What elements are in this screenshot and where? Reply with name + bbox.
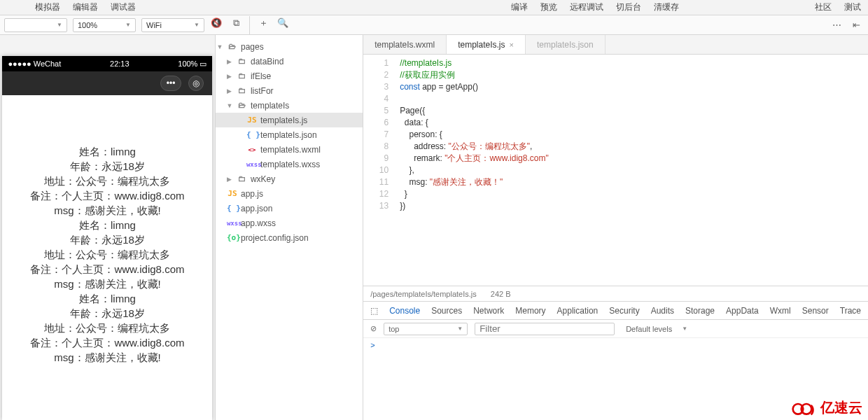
devtools-tab[interactable]: AppData <box>726 306 759 316</box>
preview-line: msg：感谢关注，收藏! <box>9 350 205 365</box>
tree-node[interactable]: { }app.json <box>216 201 363 216</box>
devtools-tab[interactable]: Storage <box>685 306 715 316</box>
menu-item[interactable]: 预览 <box>540 1 557 13</box>
menu-item[interactable]: 测试 <box>844 1 861 13</box>
top-menu-bar: 模拟器编辑器调试器 编译预览远程调试切后台清缓存 社区测试 <box>0 0 868 15</box>
tree-label: pages <box>241 42 264 52</box>
tree-label: app.json <box>241 204 272 214</box>
tree-node[interactable]: ▼🗁templateIs <box>216 98 363 113</box>
menu-item[interactable]: 编译 <box>511 1 528 13</box>
tree-node[interactable]: wxsstemplateIs.wxss <box>216 157 363 172</box>
tree-label: wxKey <box>251 174 275 184</box>
console-prompt: > <box>370 341 374 349</box>
preview-line: 年龄：永远18岁 <box>9 159 205 174</box>
devtools-tab[interactable]: Security <box>609 306 639 316</box>
editor-tab[interactable]: templateIs.json <box>526 35 606 54</box>
tree-node[interactable]: JSapp.js <box>216 186 363 201</box>
preview-line: 姓名：limng <box>9 291 205 306</box>
search-icon[interactable]: 🔍 <box>275 16 290 30</box>
tree-node[interactable]: ▼🗁pages <box>216 39 363 54</box>
simulator-pane: ●●●●● WeChat 22:13 100% ▭ ••• ◎ 姓名：limng… <box>0 35 215 420</box>
phone-status-bar: ●●●●● WeChat 22:13 100% ▭ <box>2 56 212 71</box>
battery-label: 100% ▭ <box>178 59 206 69</box>
phone-nav-bar: ••• ◎ <box>2 71 212 95</box>
tree-node[interactable]: ▶🗀listFor <box>216 83 363 98</box>
menu-item[interactable]: 远程调试 <box>570 1 603 13</box>
preview-line: 姓名：limng <box>9 218 205 232</box>
tree-node[interactable]: ▶🗀wxKey <box>216 172 363 186</box>
code-source[interactable]: //templateIs.js//获取应用实例const app = getAp… <box>396 55 549 286</box>
phone-preview: ●●●●● WeChat 22:13 100% ▭ ••• ◎ 姓名：limng… <box>2 56 212 420</box>
context-select[interactable]: top▼ <box>384 323 468 335</box>
wxml-icon: <> <box>246 146 258 153</box>
inspect-icon[interactable]: ⬚ <box>370 306 378 316</box>
proj-icon: {o} <box>227 233 238 242</box>
dock-icon[interactable]: ⧉ <box>228 16 244 30</box>
tree-node[interactable]: ▶🗀ifElse <box>216 69 363 83</box>
tree-label: ifElse <box>251 71 271 81</box>
js-icon: JS <box>246 115 258 125</box>
file-path: /pages/templateIs/templateIs.js <box>370 290 477 298</box>
tree-label: templateIs.wxml <box>260 145 321 155</box>
tree-node[interactable]: wxssapp.wxss <box>216 216 363 230</box>
network-select[interactable]: WiFi▼ <box>141 18 204 32</box>
code-editor[interactable]: 12345678910111213 //templateIs.js//获取应用实… <box>363 55 868 286</box>
tree-node[interactable]: ▶🗀dataBind <box>216 54 363 69</box>
devtools-tab[interactable]: Network <box>473 306 504 316</box>
collapse-icon[interactable]: ⇤ <box>848 18 864 32</box>
mute-icon[interactable]: 🔇 <box>209 16 224 30</box>
clock-label: 22:13 <box>110 59 130 68</box>
tree-node[interactable]: <>templateIs.wxml <box>216 142 363 157</box>
menu-item[interactable]: 清缓存 <box>654 1 679 13</box>
tree-label: templateIs.wxss <box>260 160 320 169</box>
carrier-label: ●●●●● WeChat <box>8 59 61 68</box>
devtools-tab[interactable]: Wxml <box>770 306 791 316</box>
capsule-close-icon[interactable]: ◎ <box>188 76 204 91</box>
devtools-tab[interactable]: Sensor <box>802 306 829 316</box>
devtools-tabs: ⬚ ConsoleSourcesNetworkMemoryApplication… <box>363 302 868 320</box>
editor-tab[interactable]: templateIs.js× <box>447 35 526 54</box>
editor-status-bar: /pages/templateIs/templateIs.js 242 B <box>363 286 868 301</box>
menu-item[interactable]: 编辑器 <box>73 1 98 13</box>
more-icon[interactable]: ⋯ <box>829 18 844 32</box>
preview-line: 姓名：limng <box>9 144 205 159</box>
menu-item[interactable]: 社区 <box>815 1 832 13</box>
folderOpen-icon: 🗁 <box>237 101 248 110</box>
tree-node[interactable]: {o}project.config.json <box>216 230 363 245</box>
devtools-tab[interactable]: Console <box>389 306 420 316</box>
tree-node[interactable]: JStemplateIs.js <box>216 113 363 127</box>
filter-input[interactable] <box>475 323 615 335</box>
menu-item[interactable]: 调试器 <box>111 1 136 13</box>
editor-tab[interactable]: templateIs.wxml <box>363 35 447 54</box>
clear-console-icon[interactable]: ⊘ <box>370 324 377 333</box>
tree-arrow-icon: ▼ <box>225 102 234 109</box>
devtools-tab[interactable]: Audits <box>651 306 674 316</box>
preview-line: 年龄：永远18岁 <box>9 232 205 247</box>
folder-icon: 🗀 <box>237 86 248 95</box>
menu-item[interactable]: 模拟器 <box>35 1 60 13</box>
zoom-select[interactable]: 100%▼ <box>73 18 136 32</box>
add-icon[interactable]: ＋ <box>255 16 271 30</box>
devtools-tab[interactable]: Sources <box>431 306 462 316</box>
tree-arrow-icon: ▼ <box>216 43 224 50</box>
preview-line: 地址：公众号：编程坑太多 <box>9 247 205 262</box>
tree-node[interactable]: { }templateIs.json <box>216 127 363 142</box>
devtools-tab[interactable]: Application <box>557 306 598 316</box>
file-size: 242 B <box>491 290 511 298</box>
devtools-tab[interactable]: Trace <box>840 306 861 316</box>
console-filter-bar: ⊘ top▼ Default levels▼ <box>363 320 868 338</box>
devtools-tab[interactable]: Memory <box>515 306 545 316</box>
js-icon: JS <box>227 189 238 198</box>
tree-label: templateIs.json <box>260 130 317 140</box>
log-level-select[interactable]: Default levels▼ <box>622 323 692 335</box>
tree-arrow-icon: ▶ <box>225 58 234 65</box>
capsule-menu-icon[interactable]: ••• <box>160 76 182 91</box>
menu-item[interactable]: 切后台 <box>616 1 641 13</box>
preview-line: msg：感谢关注，收藏! <box>9 276 205 291</box>
chevron-down-icon: ▼ <box>457 326 463 332</box>
close-icon[interactable]: × <box>510 41 514 49</box>
device-select[interactable]: ▼ <box>4 18 67 32</box>
preview-line: 备注：个人主页：www.idig8.com <box>9 262 205 276</box>
tree-arrow-icon: ▶ <box>225 176 234 183</box>
divider <box>249 16 250 34</box>
